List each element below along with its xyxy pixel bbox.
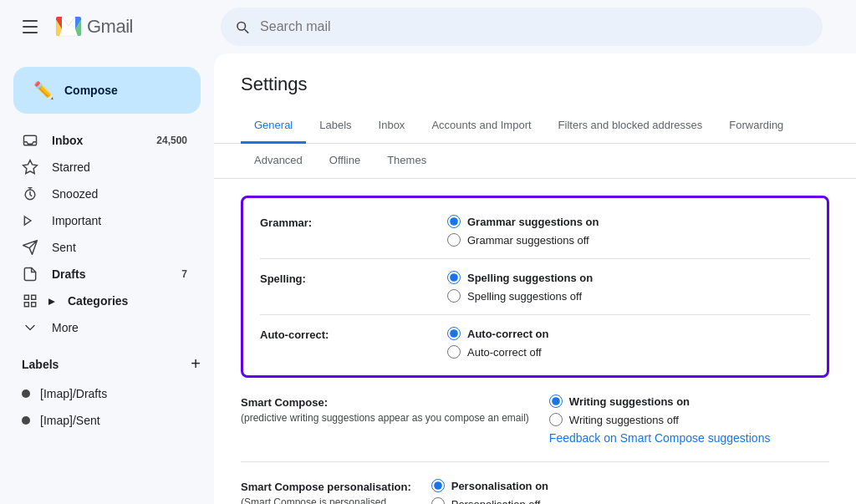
personalisation-on-label: Personalisation on xyxy=(451,480,548,492)
tab-forwarding[interactable]: Forwarding xyxy=(716,109,797,144)
sidebar-item-label: Important xyxy=(52,214,101,227)
search-bar[interactable] xyxy=(221,8,823,46)
personalisation-options: Personalisation on Personalisation off xyxy=(431,479,548,504)
inbox-icon xyxy=(22,132,38,149)
gmail-logo: Gmail xyxy=(54,12,133,42)
smart-compose-feedback-link[interactable]: Feedback on Smart Compose suggestions xyxy=(549,431,771,445)
personalisation-on-radio[interactable] xyxy=(431,479,445,492)
autocorrect-options: Auto-correct on Auto-correct off xyxy=(447,327,549,359)
spelling-on-label: Spelling suggestions on xyxy=(467,272,593,284)
settings-tabs-row2: Advanced Offline Themes xyxy=(214,144,856,179)
spelling-off-option[interactable]: Spelling suggestions off xyxy=(447,289,593,303)
search-icon xyxy=(234,18,250,35)
sidebar-item-more[interactable]: More xyxy=(0,314,201,341)
autocorrect-label: Auto-correct: xyxy=(260,327,427,341)
highlight-box: Grammar: Grammar suggestions on Grammar … xyxy=(241,196,829,378)
spelling-off-radio[interactable] xyxy=(447,289,461,303)
spelling-label: Spelling: xyxy=(260,271,427,285)
tab-labels[interactable]: Labels xyxy=(306,109,364,144)
compose-button[interactable]: ✏️ Compose xyxy=(13,67,201,114)
menu-icon-line xyxy=(23,32,38,33)
label-dot-icon xyxy=(22,389,30,398)
labels-section-header: Labels + xyxy=(0,341,214,380)
menu-icon-line xyxy=(23,26,38,28)
sidebar-item-label: Inbox xyxy=(52,134,83,147)
sidebar-item-snoozed[interactable]: Snoozed xyxy=(0,181,201,207)
label-dot-icon xyxy=(22,416,30,425)
drafts-icon xyxy=(22,266,38,283)
important-icon xyxy=(22,212,38,229)
grammar-options: Grammar suggestions on Grammar suggestio… xyxy=(447,215,599,247)
sidebar-item-inbox[interactable]: Inbox 24,500 xyxy=(0,127,201,154)
grammar-on-option[interactable]: Grammar suggestions on xyxy=(447,215,599,228)
grammar-off-option[interactable]: Grammar suggestions off xyxy=(447,233,599,247)
menu-button[interactable] xyxy=(13,10,47,43)
gmail-label: Gmail xyxy=(87,16,133,38)
spelling-section: Spelling: Spelling suggestions on Spelli… xyxy=(260,259,810,315)
smart-compose-section: Smart Compose: (predictive writing sugge… xyxy=(241,378,829,462)
grammar-label: Grammar: xyxy=(260,215,427,229)
categories-expand-icon: ▸ xyxy=(48,294,54,308)
autocorrect-off-label: Auto-correct off xyxy=(467,346,542,359)
sidebar-item-drafts[interactable]: Drafts 7 xyxy=(0,261,201,288)
sidebar-item-label: More xyxy=(52,321,79,334)
label-imap-drafts[interactable]: [Imap]/Drafts xyxy=(0,380,214,407)
gmail-m-icon xyxy=(54,12,84,42)
sidebar-item-sent[interactable]: Sent xyxy=(0,234,201,261)
add-label-button[interactable]: + xyxy=(191,354,201,374)
settings-body: Grammar: Grammar suggestions on Grammar … xyxy=(214,196,856,504)
sidebar-item-starred[interactable]: Starred xyxy=(0,154,201,181)
smart-compose-sub-text: (predictive writing suggestions appear a… xyxy=(241,412,529,424)
drafts-count: 7 xyxy=(181,268,187,280)
writing-off-radio[interactable] xyxy=(549,413,563,426)
sent-icon xyxy=(22,239,38,256)
spelling-on-radio[interactable] xyxy=(447,271,461,284)
compose-label: Compose xyxy=(64,84,118,97)
tab-inbox[interactable]: Inbox xyxy=(365,109,419,144)
header-left: Gmail xyxy=(13,10,214,43)
smart-compose-personalisation-sub-text: (Smart Compose is personalised xyxy=(241,496,411,504)
personalisation-on-option[interactable]: Personalisation on xyxy=(431,479,548,492)
sidebar-item-label: Drafts xyxy=(52,267,85,281)
tab-offline[interactable]: Offline xyxy=(316,144,374,179)
compose-icon: ✏️ xyxy=(33,80,54,100)
sidebar-item-important[interactable]: Important xyxy=(0,207,201,234)
grammar-on-radio[interactable] xyxy=(447,215,461,228)
personalisation-off-radio[interactable] xyxy=(431,497,445,504)
settings-title: Settings xyxy=(214,53,856,95)
header: Gmail xyxy=(0,0,856,53)
personalisation-off-label: Personalisation off xyxy=(451,498,541,505)
tab-general[interactable]: General xyxy=(241,109,306,144)
settings-tabs-row1: General Labels Inbox Accounts and Import… xyxy=(214,109,856,144)
search-input[interactable] xyxy=(260,19,809,34)
grammar-off-radio[interactable] xyxy=(447,233,461,247)
sidebar: ✏️ Compose Inbox 24,500 Starred Snoozed xyxy=(0,53,214,504)
sidebar-item-label: Sent xyxy=(52,241,76,254)
spelling-on-option[interactable]: Spelling suggestions on xyxy=(447,271,593,284)
autocorrect-on-radio[interactable] xyxy=(447,327,461,340)
layout: ✏️ Compose Inbox 24,500 Starred Snoozed xyxy=(0,53,856,504)
sidebar-item-label: Snoozed xyxy=(52,187,98,201)
tab-advanced[interactable]: Advanced xyxy=(241,144,316,179)
writing-off-option[interactable]: Writing suggestions off xyxy=(549,413,771,426)
grammar-off-label: Grammar suggestions off xyxy=(467,234,589,247)
label-name: [Imap]/Drafts xyxy=(40,387,107,400)
personalisation-off-option[interactable]: Personalisation off xyxy=(431,497,548,504)
autocorrect-off-option[interactable]: Auto-correct off xyxy=(447,345,549,359)
spelling-options: Spelling suggestions on Spelling suggest… xyxy=(447,271,593,303)
writing-on-radio[interactable] xyxy=(549,395,563,408)
label-imap-sent[interactable]: [Imap]/Sent xyxy=(0,407,214,434)
tab-accounts-import[interactable]: Accounts and Import xyxy=(418,109,544,144)
sidebar-item-categories[interactable]: ▸ Categories xyxy=(0,288,201,314)
writing-on-option[interactable]: Writing suggestions on xyxy=(549,395,771,408)
main-content: Settings General Labels Inbox Accounts a… xyxy=(214,53,856,504)
autocorrect-on-option[interactable]: Auto-correct on xyxy=(447,327,549,340)
tab-themes[interactable]: Themes xyxy=(374,144,440,179)
smart-compose-personalisation-section: Smart Compose personalisation: (Smart Co… xyxy=(241,462,829,504)
smart-compose-options: Writing suggestions on Writing suggestio… xyxy=(549,395,771,445)
tab-filters[interactable]: Filters and blocked addresses xyxy=(545,109,716,144)
autocorrect-on-label: Auto-correct on xyxy=(467,328,549,340)
categories-icon xyxy=(22,293,38,309)
autocorrect-off-radio[interactable] xyxy=(447,345,461,359)
smart-compose-personalisation-label: Smart Compose personalisation: (Smart Co… xyxy=(241,479,411,504)
